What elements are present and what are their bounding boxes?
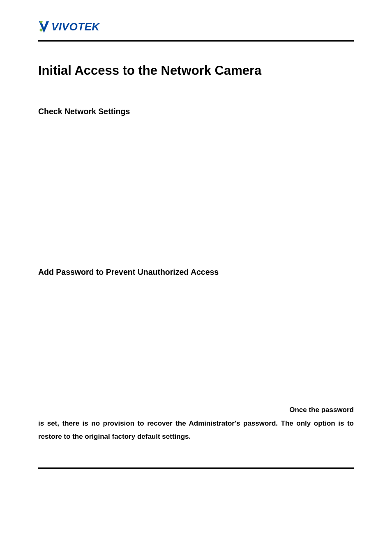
logo-text: VIVOTEK <box>51 21 100 33</box>
content-spacer <box>38 129 354 267</box>
logo-area: VIVOTEK <box>38 20 354 34</box>
svg-point-0 <box>40 29 43 32</box>
warning-lead-text: Once the password <box>38 403 354 416</box>
logo-mark-icon <box>38 20 50 34</box>
section-heading-network: Check Network Settings <box>38 107 354 116</box>
footer-divider <box>38 467 354 469</box>
section-heading-password: Add Password to Prevent Unauthorized Acc… <box>38 267 354 277</box>
warning-paragraph: Once the password is set, there is no pr… <box>38 403 354 443</box>
document-content: Initial Access to the Network Camera Che… <box>38 42 354 443</box>
warning-body-text: is set, there is no provision to recover… <box>38 419 354 440</box>
page-title: Initial Access to the Network Camera <box>38 63 354 78</box>
brand-logo: VIVOTEK <box>38 20 354 34</box>
content-spacer <box>38 289 354 403</box>
